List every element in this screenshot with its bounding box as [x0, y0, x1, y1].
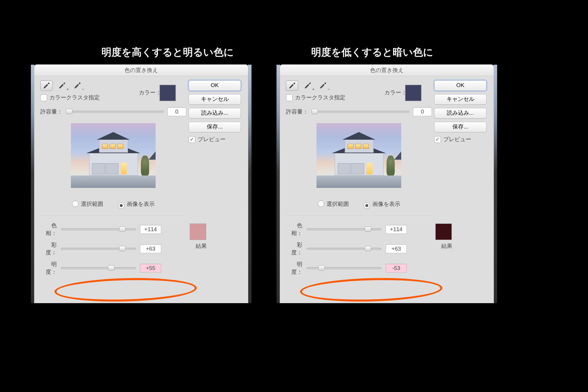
lightness-slider[interactable] — [61, 265, 136, 271]
eyedropper-tool[interactable] — [286, 80, 298, 91]
lightness-slider[interactable] — [307, 265, 382, 271]
source-color-swatch[interactable] — [159, 85, 176, 101]
hue-label: 色相： — [286, 222, 302, 237]
preview-checkbox[interactable] — [434, 136, 441, 143]
lightness-label: 明度： — [286, 261, 302, 276]
replace-color-dialog: 色の置き換え + − カラー： — [34, 65, 248, 303]
tolerance-label: 許容量： — [40, 108, 63, 116]
lightness-input[interactable]: -53 — [386, 264, 407, 273]
saturation-input[interactable]: +63 — [140, 244, 161, 253]
color-cluster-checkbox[interactable] — [40, 94, 47, 101]
saturation-input[interactable]: +63 — [386, 244, 407, 253]
cancel-button[interactable]: キャンセル — [434, 94, 487, 105]
tolerance-input[interactable]: 0 — [413, 107, 432, 116]
eyedropper-add-tool[interactable]: + — [302, 81, 314, 91]
color-cluster-checkbox[interactable] — [286, 94, 293, 101]
load-button[interactable]: 読み込み... — [434, 108, 487, 119]
panel-higher-lightness: 色の置き換え + − カラー： — [31, 65, 251, 303]
preview-label: プレビュー — [198, 136, 226, 143]
eyedropper-minus-icon — [74, 82, 81, 89]
saturation-slider[interactable] — [61, 246, 136, 252]
eyedropper-subtract-tool[interactable]: − — [71, 81, 83, 91]
result-color-swatch[interactable] — [190, 223, 206, 240]
tolerance-input[interactable]: 0 — [167, 107, 186, 116]
color-label: カラー： — [139, 89, 161, 96]
lightness-label: 明度： — [40, 261, 57, 276]
source-color-swatch[interactable] — [405, 85, 422, 101]
saturation-slider[interactable] — [307, 246, 382, 252]
hue-input[interactable]: +114 — [140, 225, 161, 234]
eyedropper-icon — [288, 82, 296, 89]
ok-button[interactable]: OK — [434, 80, 487, 91]
replace-color-dialog: 色の置き換え + − カラー： — [280, 65, 494, 303]
dialog-title: 色の置き換え — [280, 65, 494, 76]
hue-input[interactable]: +114 — [386, 225, 407, 234]
eyedropper-tool[interactable] — [40, 80, 53, 91]
preview-label: プレビュー — [443, 136, 471, 143]
dialog-title: 色の置き換え — [34, 65, 248, 76]
separator — [286, 216, 432, 216]
eyedropper-plus-icon — [58, 82, 66, 89]
hue-slider[interactable] — [61, 226, 136, 232]
result-label: 結果 — [441, 242, 452, 250]
eyedropper-plus-icon — [304, 82, 312, 89]
save-button[interactable]: 保存... — [434, 122, 487, 132]
cancel-button[interactable]: キャンセル — [189, 94, 241, 105]
color-cluster-label: カラークラスタ指定 — [295, 94, 345, 101]
hue-label: 色相： — [40, 222, 57, 237]
save-button[interactable]: 保存... — [189, 122, 241, 132]
color-label: カラー： — [384, 89, 407, 96]
preview-thumbnail — [71, 123, 156, 188]
panel-lower-lightness: 色の置き換え + − カラー： — [276, 65, 497, 303]
eyedropper-icon — [43, 82, 50, 89]
preview-thumbnail — [317, 123, 401, 188]
saturation-label: 彩度： — [286, 241, 302, 256]
radio-show-image[interactable]: 画像を表示 — [118, 200, 155, 209]
tolerance-slider[interactable] — [66, 109, 164, 115]
caption-left: 明度を高くすると明るい色に — [82, 46, 253, 59]
saturation-label: 彩度： — [40, 241, 57, 256]
tolerance-slider[interactable] — [312, 109, 409, 115]
eyedropper-minus-icon — [319, 82, 327, 89]
radio-selection-range[interactable]: 選択範囲 — [318, 200, 349, 209]
eyedropper-add-tool[interactable]: + — [56, 81, 68, 91]
eyedropper-subtract-tool[interactable]: − — [317, 81, 329, 91]
hue-slider[interactable] — [307, 226, 382, 232]
separator — [40, 216, 186, 216]
ok-button[interactable]: OK — [189, 80, 241, 91]
radio-selection-range[interactable]: 選択範囲 — [72, 200, 103, 209]
color-cluster-label: カラークラスタ指定 — [49, 94, 100, 101]
result-color-swatch[interactable] — [435, 223, 452, 240]
radio-show-image[interactable]: 画像を表示 — [364, 200, 400, 209]
caption-right: 明度を低くすると暗い色に — [287, 46, 457, 59]
preview-checkbox[interactable] — [189, 136, 195, 143]
load-button[interactable]: 読み込み... — [189, 108, 241, 119]
tolerance-label: 許容量： — [286, 108, 308, 116]
lightness-input[interactable]: +55 — [140, 264, 161, 273]
result-label: 結果 — [196, 242, 207, 250]
